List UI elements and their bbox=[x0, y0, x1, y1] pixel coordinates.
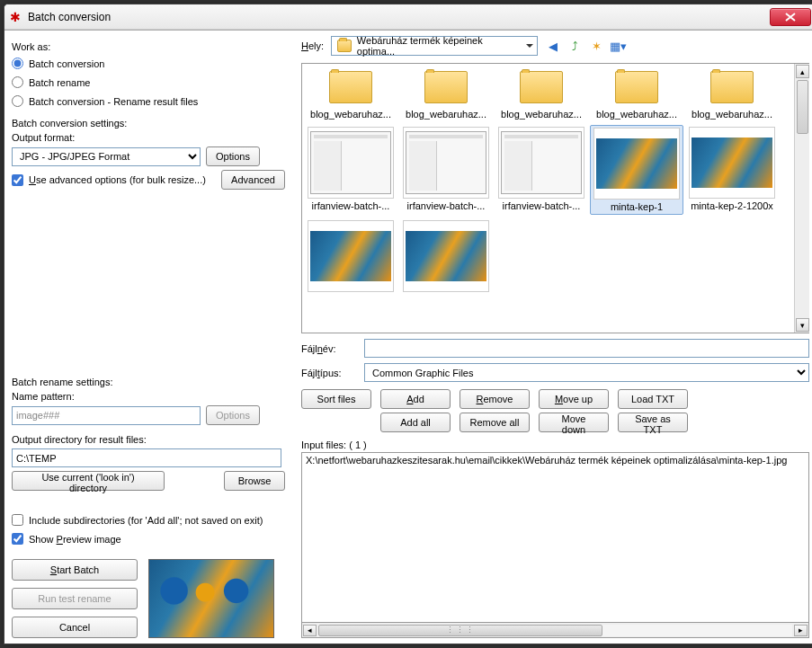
up-icon[interactable]: ⤴ bbox=[567, 38, 583, 54]
file-name: irfanview-batch-... bbox=[496, 200, 586, 211]
hscroll-thumb[interactable]: ⋮⋮⋮ bbox=[318, 625, 602, 636]
titlebar[interactable]: ✱ Batch conversion bbox=[4, 4, 812, 30]
run-test-rename-button: Run test rename bbox=[12, 588, 138, 609]
input-files-list[interactable]: X:\netfort\webaruhazkeszitesarak.hu\emai… bbox=[301, 452, 809, 623]
app-icon: ✱ bbox=[8, 10, 22, 24]
move-up-button[interactable]: Move up bbox=[539, 389, 609, 409]
show-preview-check[interactable]: Show Preview image bbox=[12, 531, 285, 546]
image-thumbnail bbox=[403, 220, 489, 292]
right-panel: Hely: Webáruház termék képeinek optima..… bbox=[292, 31, 812, 644]
radio-batch-conversion[interactable]: Batch conversion bbox=[12, 56, 285, 71]
conv-settings-label: Batch conversion settings: bbox=[12, 118, 285, 129]
add-all-button[interactable]: Add all bbox=[380, 413, 451, 432]
radio-batch-conv-rename[interactable]: Batch conversion - Rename result files bbox=[12, 93, 285, 109]
folder-icon bbox=[337, 40, 352, 52]
file-item[interactable]: blog_webaruhaz... bbox=[590, 66, 683, 121]
remove-button[interactable]: Remove bbox=[460, 389, 530, 409]
file-item[interactable] bbox=[399, 218, 493, 296]
file-name: blog_webaruhaz... bbox=[401, 109, 491, 120]
file-item[interactable]: irfanview-batch-... bbox=[304, 125, 397, 215]
folder-icon bbox=[403, 67, 489, 107]
work-as-label: Work as: bbox=[12, 41, 285, 52]
file-browser[interactable]: blog_webaruhaz...blog_webaruhaz...blog_w… bbox=[301, 63, 809, 333]
rename-options-button: Options bbox=[206, 405, 260, 425]
format-options-button[interactable]: Options bbox=[206, 146, 260, 166]
horizontal-scrollbar[interactable]: ◂ ⋮⋮⋮ ▸ bbox=[301, 623, 809, 638]
use-current-dir-button[interactable]: Use current ('look in') directory bbox=[12, 471, 165, 491]
window-title: Batch conversion bbox=[28, 11, 770, 23]
move-down-button[interactable]: Move down bbox=[539, 413, 609, 432]
output-directory-input[interactable] bbox=[12, 448, 281, 467]
outdir-label: Output directory for result files: bbox=[12, 434, 285, 445]
file-item[interactable]: minta-kep-1 bbox=[590, 125, 683, 215]
save-txt-button[interactable]: Save as TXT bbox=[618, 413, 688, 432]
screenshot-thumbnail bbox=[498, 127, 584, 199]
output-format-select[interactable]: JPG - JPG/JPEG Format bbox=[12, 147, 201, 166]
folder-icon bbox=[593, 67, 680, 107]
scroll-down-icon[interactable]: ▾ bbox=[796, 318, 809, 332]
folder-icon bbox=[308, 67, 394, 107]
file-name: minta-kep-2-1200x bbox=[687, 200, 777, 211]
input-files-label: Input files: ( 1 ) bbox=[301, 439, 367, 450]
file-item[interactable]: minta-kep-2-1200x bbox=[685, 125, 779, 215]
close-icon bbox=[785, 13, 796, 22]
file-name: irfanview-batch-... bbox=[306, 200, 396, 211]
filetype-label: Fájltípus: bbox=[301, 368, 355, 378]
file-item[interactable]: blog_webaruhaz... bbox=[304, 66, 397, 121]
file-item[interactable]: blog_webaruhaz... bbox=[685, 66, 779, 121]
browse-button[interactable]: Browse bbox=[224, 471, 285, 491]
load-txt-button[interactable]: Load TXT bbox=[618, 389, 688, 409]
location-label: Hely: bbox=[301, 40, 324, 51]
screenshot-thumbnail bbox=[403, 127, 489, 199]
radio-batch-rename[interactable]: Batch rename bbox=[12, 75, 285, 90]
remove-all-button[interactable]: Remove all bbox=[460, 413, 530, 432]
filename-label: Fájlnév: bbox=[301, 343, 355, 354]
preview-image bbox=[148, 559, 274, 638]
scroll-thumb[interactable] bbox=[797, 80, 808, 134]
file-item[interactable]: irfanview-batch-... bbox=[399, 125, 493, 215]
view-menu-icon[interactable]: ▦▾ bbox=[610, 38, 626, 54]
cancel-button[interactable]: Cancel bbox=[12, 617, 138, 638]
add-button[interactable]: Add bbox=[380, 389, 451, 409]
name-pattern-label: Name pattern: bbox=[12, 391, 285, 402]
file-name: minta-kep-1 bbox=[592, 201, 682, 212]
file-item[interactable]: blog_webaruhaz... bbox=[399, 66, 493, 121]
scroll-right-icon[interactable]: ▸ bbox=[794, 625, 808, 636]
image-thumbnail bbox=[593, 128, 680, 200]
close-button[interactable] bbox=[770, 8, 811, 26]
file-item[interactable] bbox=[304, 218, 397, 296]
rename-settings-label: Batch rename settings: bbox=[12, 377, 285, 387]
scroll-up-icon[interactable]: ▴ bbox=[796, 65, 809, 78]
advanced-button[interactable]: Advanced bbox=[221, 170, 285, 190]
location-dropdown[interactable]: Webáruház termék képeinek optima... bbox=[331, 36, 538, 56]
screenshot-thumbnail bbox=[308, 127, 394, 199]
list-item[interactable]: X:\netfort\webaruhazkeszitesarak.hu\emai… bbox=[306, 455, 805, 466]
sort-files-button[interactable]: Sort files bbox=[301, 389, 371, 409]
file-name: blog_webaruhaz... bbox=[592, 109, 682, 120]
file-item[interactable]: blog_webaruhaz... bbox=[495, 66, 588, 121]
back-icon[interactable]: ◀ bbox=[545, 38, 561, 54]
file-name: blog_webaruhaz... bbox=[306, 109, 396, 120]
output-format-label: Output format: bbox=[12, 132, 285, 143]
file-name: irfanview-batch-... bbox=[401, 200, 491, 211]
image-thumbnail bbox=[308, 220, 394, 292]
file-name: blog_webaruhaz... bbox=[687, 109, 777, 120]
name-pattern-input bbox=[12, 406, 201, 425]
filetype-select[interactable]: Common Graphic Files bbox=[364, 363, 809, 382]
advanced-options-check[interactable]: Use advanced options (for bulk resize...… bbox=[12, 173, 206, 188]
file-item[interactable]: irfanview-batch-... bbox=[495, 125, 588, 215]
folder-icon bbox=[689, 67, 775, 107]
batch-conversion-window: ✱ Batch conversion Work as: Batch conver… bbox=[4, 4, 812, 644]
left-panel: Work as: Batch conversion Batch rename B… bbox=[4, 31, 292, 644]
scroll-left-icon[interactable]: ◂ bbox=[303, 625, 317, 636]
new-folder-icon[interactable]: ✶ bbox=[588, 38, 604, 54]
file-name: blog_webaruhaz... bbox=[496, 109, 586, 120]
filename-input[interactable] bbox=[364, 339, 809, 358]
image-thumbnail bbox=[689, 127, 775, 199]
include-subdirs-check[interactable]: Include subdirectories (for 'Add all'; n… bbox=[12, 512, 285, 528]
folder-icon bbox=[498, 67, 584, 107]
vertical-scrollbar[interactable]: ▴ ▾ bbox=[794, 64, 809, 333]
start-batch-button[interactable]: Start Batch bbox=[12, 559, 138, 581]
